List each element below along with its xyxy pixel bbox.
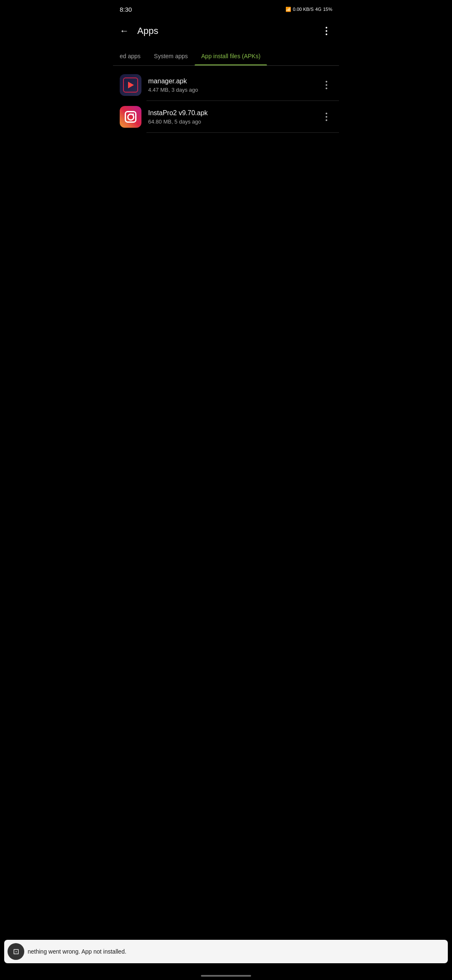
navigation-bar — [113, 972, 339, 980]
instapro2-apk-meta: 64.80 MB, 5 days ago — [148, 119, 321, 125]
instapro2-apk-more-button[interactable] — [321, 108, 332, 126]
instagram-icon-inner — [120, 106, 141, 128]
manager-apk-name: manager.apk — [148, 77, 321, 85]
snackbar-text: nething went wrong. App not installed. — [113, 948, 126, 955]
header-left: ← Apps — [116, 22, 158, 40]
tab-bar: ed apps System apps App install files (A… — [113, 47, 339, 66]
instapro2-app-icon — [120, 106, 141, 128]
header: ← Apps — [113, 17, 339, 47]
play-icon — [128, 82, 134, 88]
header-more-button[interactable] — [321, 22, 332, 40]
list-item[interactable]: InstaPro2 v9.70.apk 64.80 MB, 5 days ago — [113, 101, 339, 133]
snackbar: ⊡ nething went wrong. App not installed. — [113, 940, 339, 963]
manager-apk-more-button[interactable] — [321, 76, 332, 94]
nav-home-indicator — [201, 975, 251, 977]
apk-file-list: manager.apk 4.47 MB, 3 days ago InstaPro… — [113, 66, 339, 133]
tab-installed-apps[interactable]: ed apps — [113, 47, 147, 65]
data-speed: 0.00 KB/S — [293, 7, 314, 12]
manager-apk-info: manager.apk 4.47 MB, 3 days ago — [148, 77, 321, 93]
battery-level: 15% — [323, 7, 332, 12]
list-item[interactable]: manager.apk 4.47 MB, 3 days ago — [113, 69, 339, 101]
manager-apk-meta: 4.47 MB, 3 days ago — [148, 87, 321, 93]
instapro2-apk-name: InstaPro2 v9.70.apk — [148, 109, 321, 117]
three-dots-icon — [324, 25, 329, 37]
tab-system-apps[interactable]: System apps — [147, 47, 195, 65]
manager-app-icon — [120, 74, 141, 96]
bluetooth-icon: 📶 — [285, 7, 291, 12]
camera-icon — [125, 111, 136, 123]
three-dots-gray-icon — [324, 111, 329, 123]
three-dots-gray-icon — [324, 79, 329, 91]
tab-apk-files[interactable]: App install files (APKs) — [195, 47, 267, 65]
instapro2-apk-info: InstaPro2 v9.70.apk 64.80 MB, 5 days ago — [148, 109, 321, 125]
back-arrow-icon: ← — [120, 26, 129, 36]
status-bar: 8:30 📶 0.00 KB/S 4G 15% — [113, 0, 339, 17]
status-time: 8:30 — [120, 6, 132, 13]
page-title: Apps — [137, 26, 158, 36]
network-icon: 4G — [315, 7, 321, 12]
back-button[interactable]: ← — [116, 22, 132, 40]
status-icons: 📶 0.00 KB/S 4G 15% — [285, 7, 332, 12]
